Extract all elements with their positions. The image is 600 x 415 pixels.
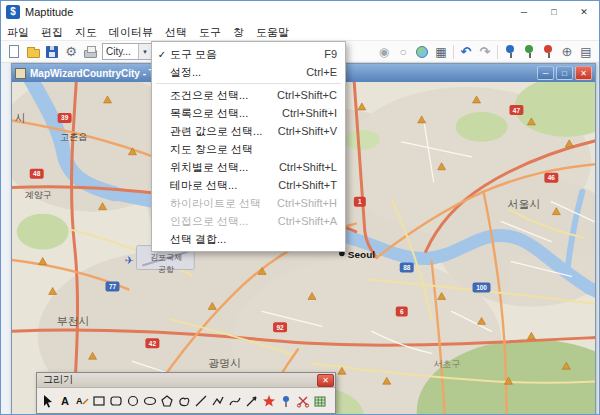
menu-item-select-by-linked-value[interactable]: 관련 값으로 선택... Ctrl+Shift+V <box>152 122 345 140</box>
chevron-down-icon[interactable]: ▾ <box>138 44 151 59</box>
grid-icon <box>313 394 327 408</box>
zoom-in-icon: ⊕ <box>562 45 573 58</box>
menu-item-label: 관련 값으로 선택... <box>170 124 262 139</box>
menu-item-label: 인접으로 선택... <box>170 214 248 229</box>
menu-shortcut: Ctrl+E <box>292 66 337 78</box>
save-button[interactable] <box>43 42 61 61</box>
rectangle-tool[interactable] <box>91 390 107 411</box>
pin-red-button[interactable] <box>539 42 557 61</box>
menu-item-help[interactable]: 도움말 <box>250 24 295 40</box>
map-document-icon <box>15 68 26 79</box>
drawing-toolbar-titlebar[interactable]: 그리기 ✕ <box>37 373 335 388</box>
route-badge: 48 <box>33 170 41 177</box>
menu-item-select-from-list[interactable]: 목록으로 선택... Ctrl+Shift+I <box>152 104 345 122</box>
route-badge: 47 <box>513 107 521 114</box>
undo-button[interactable]: ↶ <box>457 42 475 61</box>
menu-item-select-by-map-window[interactable]: 지도 창으로 선택 <box>152 140 345 158</box>
curve-tool[interactable] <box>227 390 243 411</box>
text-tool[interactable]: A <box>57 390 73 411</box>
city-combo-value: City... <box>103 46 138 57</box>
menu-item-combine-selection[interactable]: 선택 결합... <box>152 230 345 248</box>
label-partial-city: 시 <box>15 112 26 124</box>
drawing-close-button[interactable]: ✕ <box>317 374 334 387</box>
menu-item-label: 테마로 선택... <box>170 178 237 193</box>
line-icon <box>194 394 208 408</box>
map-close-button[interactable]: ✕ <box>575 66 592 80</box>
settings-button[interactable]: ⚙ <box>62 42 80 61</box>
select-circle-icon: ◉ <box>379 46 389 58</box>
label-gochon: 고촌읍 <box>61 132 88 142</box>
menu-item-tools[interactable]: 도구 <box>193 24 227 40</box>
freehand-tool[interactable] <box>176 390 192 411</box>
route-badge: 77 <box>109 283 117 290</box>
polyline-tool[interactable] <box>210 390 226 411</box>
layers-button[interactable]: ▤ <box>577 42 595 61</box>
line-tool[interactable] <box>193 390 209 411</box>
route-badge: 42 <box>149 340 157 347</box>
menu-item-toolbars[interactable]: ✓ 도구 모음 F9 <box>152 45 345 63</box>
city-combo[interactable]: City... ▾ <box>102 43 152 60</box>
menu-item-window[interactable]: 창 <box>227 24 250 40</box>
menu-item-edit[interactable]: 편집 <box>35 24 69 40</box>
pin-tool[interactable] <box>278 390 294 411</box>
map-minimize-button[interactable]: ─ <box>537 66 554 80</box>
menu-item-selection[interactable]: 선택 <box>159 24 193 40</box>
route-badge: 92 <box>276 324 284 331</box>
menu-item-select-by-condition[interactable]: 조건으로 선택... Ctrl+Shift+C <box>152 86 345 104</box>
maximize-button[interactable]: □ <box>539 1 569 23</box>
star-tool[interactable] <box>261 390 277 411</box>
menu-item-label: 지도 창으로 선택 <box>170 142 253 157</box>
map-maximize-button[interactable]: □ <box>556 66 573 80</box>
ellipse-tool[interactable] <box>142 390 158 411</box>
pin-blue-icon <box>503 44 517 59</box>
pointer-tool[interactable] <box>40 390 56 411</box>
rounded-rectangle-tool[interactable] <box>108 390 124 411</box>
pin-icon <box>279 394 293 408</box>
clear-selection-button[interactable]: ○ <box>394 42 412 61</box>
dataview-button[interactable]: ▦ <box>432 42 450 61</box>
toolbar-separator <box>453 45 454 59</box>
zoom-button[interactable]: ⊕ <box>558 42 576 61</box>
minimize-button[interactable]: ─ <box>509 1 539 23</box>
menu-item-select-by-theme[interactable]: 테마로 선택... Ctrl+Shift+T <box>152 176 345 194</box>
menu-item-label: 선택 결합... <box>170 232 226 247</box>
menu-item-file[interactable]: 파일 <box>1 24 35 40</box>
menu-shortcut: Ctrl+Shift+L <box>265 161 337 173</box>
grid-icon: ▦ <box>435 46 446 58</box>
rectangle-icon <box>92 394 106 408</box>
menu-item-label: 하이라이트로 선택 <box>170 196 261 211</box>
menu-item-dataview[interactable]: 데이터뷰 <box>103 24 159 40</box>
select-pointer-button[interactable]: ◉ <box>375 42 393 61</box>
menu-separator <box>156 83 341 84</box>
arrow-tool[interactable] <box>244 390 260 411</box>
menu-item-map[interactable]: 지도 <box>69 24 103 40</box>
route-badge: 1 <box>358 198 362 205</box>
redo-button[interactable]: ↷ <box>476 42 494 61</box>
menu-item-select-adjacent: 인접으로 선택... Ctrl+Shift+A <box>152 212 345 230</box>
label-gwangmyeong: 광명시 <box>208 357 241 369</box>
label-tool[interactable]: A <box>74 390 90 411</box>
menu-item-select-by-location[interactable]: 위치별로 선택... Ctrl+Shift+L <box>152 158 345 176</box>
label-seocho: 서초구 <box>434 359 461 369</box>
globe-button[interactable] <box>413 42 431 61</box>
route-badge: 39 <box>61 114 69 121</box>
scissors-tool[interactable] <box>295 390 311 411</box>
window-controls: ─ □ ✕ <box>509 1 599 23</box>
menu-shortcut: Ctrl+Shift+T <box>264 179 337 191</box>
close-button[interactable]: ✕ <box>569 1 599 23</box>
pin-blue-button[interactable] <box>501 42 519 61</box>
grid-tool[interactable] <box>312 390 328 411</box>
menu-item-settings[interactable]: 설정... Ctrl+E <box>152 63 345 81</box>
print-icon <box>84 50 97 58</box>
pin-green-button[interactable] <box>520 42 538 61</box>
polygon-tool[interactable] <box>159 390 175 411</box>
open-button[interactable] <box>24 42 42 61</box>
scissors-icon <box>296 394 310 408</box>
freehand-icon <box>177 394 191 408</box>
gear-icon: ⚙ <box>65 45 77 58</box>
print-button[interactable] <box>81 42 99 61</box>
new-workspace-button[interactable] <box>5 42 23 61</box>
route-badge: 88 <box>403 264 411 271</box>
pointer-icon <box>41 394 55 408</box>
circle-tool[interactable] <box>125 390 141 411</box>
